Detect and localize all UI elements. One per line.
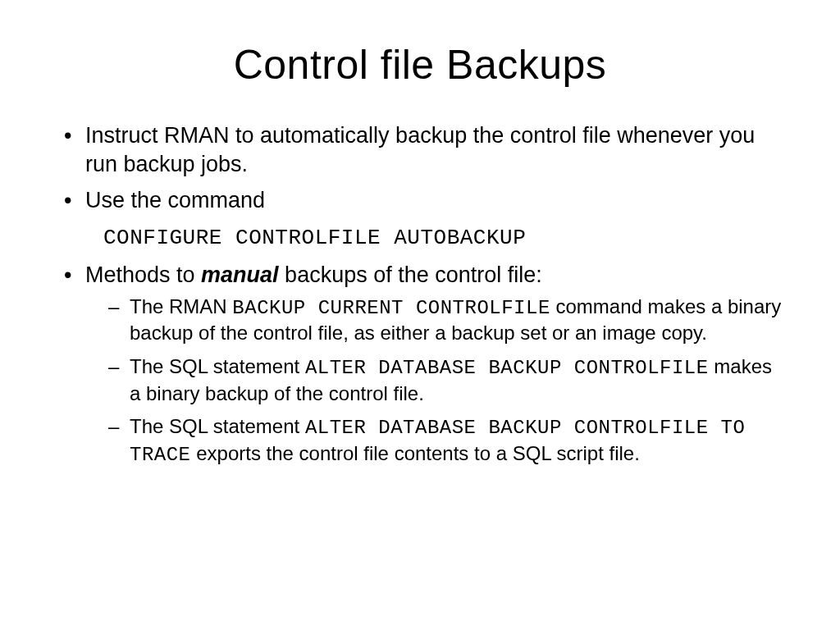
sub-bullet-list: The RMAN BACKUP CURRENT CONTROLFILE comm…	[85, 294, 783, 468]
bullet-text: Instruct RMAN to automatically backup th…	[85, 123, 755, 176]
bullet-item: Methods to manual backups of the control…	[57, 261, 783, 468]
bullet-item: Use the command	[57, 186, 783, 215]
code-text: ALTER DATABASE BACKUP CONTROLFILE	[305, 357, 709, 379]
bullet-list: Methods to manual backups of the control…	[57, 261, 783, 468]
slide-title: Control file Backups	[57, 41, 783, 89]
bullet-text-pre: Methods to	[85, 262, 201, 287]
sub-text: The RMAN	[130, 295, 232, 317]
sub-text: The SQL statement	[130, 415, 305, 437]
sub-bullet-item: The SQL statement ALTER DATABASE BACKUP …	[105, 354, 783, 406]
bullet-text-emph: manual	[201, 262, 279, 287]
sub-bullet-item: The SQL statement ALTER DATABASE BACKUP …	[105, 414, 783, 468]
slide: Control file Backups Instruct RMAN to au…	[0, 0, 840, 630]
bullet-list: Instruct RMAN to automatically backup th…	[57, 121, 783, 215]
sub-text: exports the control file contents to a S…	[191, 442, 640, 464]
bullet-text: Use the command	[85, 188, 265, 212]
bullet-item: Instruct RMAN to automatically backup th…	[57, 121, 783, 178]
sub-text: The SQL statement	[130, 355, 305, 377]
bullet-text-post: backups of the control file:	[279, 262, 542, 287]
sub-bullet-item: The RMAN BACKUP CURRENT CONTROLFILE comm…	[105, 294, 783, 346]
code-text: BACKUP CURRENT CONTROLFILE	[232, 297, 550, 319]
command-line: CONFIGURE CONTROLFILE AUTOBACKUP	[57, 223, 783, 253]
code-text: CONFIGURE CONTROLFILE AUTOBACKUP	[103, 226, 526, 250]
